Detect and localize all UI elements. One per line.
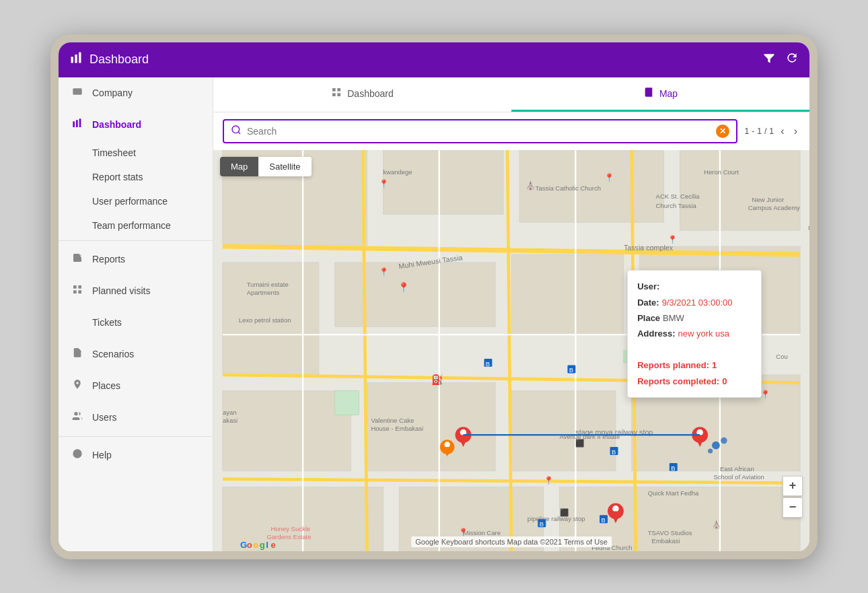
search-clear-button[interactable]: ✕ <box>716 125 729 138</box>
svg-text:⛪: ⛪ <box>712 520 721 529</box>
pagination-next-button[interactable]: › <box>791 124 800 139</box>
svg-rect-7 <box>73 285 77 289</box>
svg-text:TSAVO Studios: TSAVO Studios <box>648 529 692 536</box>
svg-rect-29 <box>223 390 351 470</box>
svg-text:o: o <box>253 540 258 550</box>
svg-text:📍: 📍 <box>544 475 554 485</box>
sidebar-item-team-performance[interactable]: Team performance <box>59 213 213 238</box>
sidebar-item-tickets[interactable]: Tickets <box>59 307 213 339</box>
svg-text:📍: 📍 <box>667 234 678 244</box>
svg-text:ACK St. Cecilia: ACK St. Cecilia <box>656 192 700 199</box>
sidebar-item-dashboard[interactable]: Dashboard <box>59 109 213 141</box>
map-attribution: Google Keyboard shortcuts Map data ©2021… <box>411 536 612 547</box>
map-toggle-satellite-button[interactable]: Satellite <box>258 157 311 176</box>
svg-point-105 <box>708 448 713 453</box>
popup-address-row: Address: new york usa <box>637 326 752 341</box>
filter-button[interactable] <box>762 51 776 68</box>
svg-text:⛪: ⛪ <box>526 180 536 190</box>
sidebar-label-dashboard: Dashboard <box>92 119 141 130</box>
pagination-prev-button[interactable]: ‹ <box>778 124 787 139</box>
sidebar-item-company[interactable]: Company <box>59 77 213 109</box>
refresh-button[interactable] <box>785 51 799 68</box>
svg-text:⛽: ⛽ <box>431 373 443 385</box>
popup-reports-planned-value: 1 <box>712 357 717 373</box>
svg-point-104 <box>721 437 727 444</box>
svg-text:g: g <box>260 540 265 550</box>
popup-place-value: BMW <box>663 310 684 326</box>
tab-dashboard-icon <box>331 87 342 100</box>
map-toggle-map-button[interactable]: Map <box>220 157 258 176</box>
sidebar-item-report-stats[interactable]: Report stats <box>59 165 213 189</box>
tablet-frame: Dashboard Company <box>50 34 818 559</box>
svg-rect-6 <box>79 118 81 127</box>
svg-text:pipeline railway stop: pipeline railway stop <box>528 514 585 522</box>
svg-rect-1 <box>75 55 77 63</box>
svg-text:Embakasi: Embakasi <box>652 537 680 545</box>
svg-rect-27 <box>511 254 624 334</box>
users-icon <box>71 411 84 424</box>
svg-text:Mission Care: Mission Care <box>463 529 501 536</box>
svg-text:New Junior: New Junior <box>752 196 785 203</box>
sidebar-item-planned-visits[interactable]: Planned visits <box>59 275 213 307</box>
svg-text:Quick Mart Fedha: Quick Mart Fedha <box>648 489 699 496</box>
svg-text:B: B <box>612 448 616 455</box>
sidebar-item-reports[interactable]: Reports <box>59 244 213 275</box>
zoom-in-button[interactable]: + <box>783 476 803 496</box>
sidebar-item-places[interactable]: Places <box>59 370 213 402</box>
svg-text:l: l <box>266 540 268 550</box>
popup-place-label: Place <box>637 310 660 326</box>
company-icon <box>71 86 84 100</box>
sidebar-label-company: Company <box>92 88 133 98</box>
popup-reports-planned-row: Reports planned: 1 <box>637 357 752 373</box>
popup-reports-completed-value: 0 <box>722 374 727 389</box>
popup-user-label: User: <box>637 279 659 294</box>
search-input[interactable] <box>247 126 711 137</box>
svg-text:Apartments: Apartments <box>247 288 280 295</box>
svg-rect-24 <box>680 150 800 230</box>
sidebar-label-planned-visits: Planned visits <box>92 285 150 296</box>
svg-text:New Junior: New Junior <box>808 224 809 232</box>
svg-point-18 <box>232 126 240 133</box>
planned-visits-icon <box>71 284 84 298</box>
header-bar-chart-icon <box>69 51 83 68</box>
sidebar-label-users: Users <box>92 412 117 423</box>
main-layout: Company Dashboard Timesheet Report stats… <box>59 77 809 551</box>
popup-address-label: Address: <box>637 326 675 341</box>
svg-text:kwandege: kwandege <box>383 168 412 175</box>
svg-rect-9 <box>78 290 81 293</box>
sidebar-divider-2 <box>59 436 213 437</box>
sidebar-item-users[interactable]: Users <box>59 402 213 433</box>
svg-text:B: B <box>486 359 490 367</box>
svg-rect-16 <box>338 93 341 96</box>
svg-text:Heron Court: Heron Court <box>704 168 739 175</box>
sidebar-item-timesheet[interactable]: Timesheet <box>59 141 213 165</box>
sidebar-label-team-performance: Team performance <box>92 220 171 231</box>
svg-text:East African: East African <box>720 464 754 472</box>
scenarios-icon <box>71 347 84 361</box>
tab-map[interactable]: Map <box>511 77 809 112</box>
zoom-out-button[interactable]: − <box>783 497 803 518</box>
svg-text:B: B <box>540 520 544 528</box>
svg-text:Lexo petrol station: Lexo petrol station <box>239 316 291 324</box>
tab-map-icon <box>643 87 654 100</box>
map-visual[interactable]: Muhi Mweusi Tassia Tassia complex pipeli… <box>213 150 809 551</box>
search-box: ✕ <box>223 119 737 143</box>
svg-rect-2 <box>79 53 81 63</box>
svg-rect-17 <box>332 93 336 96</box>
app-header: Dashboard <box>59 42 809 77</box>
tab-dashboard[interactable]: Dashboard <box>213 77 511 112</box>
sidebar-item-scenarios[interactable]: Scenarios <box>59 339 213 370</box>
tab-dashboard-label: Dashboard <box>347 88 394 99</box>
svg-text:Avenue park II estate: Avenue park II estate <box>560 433 620 440</box>
sidebar-label-places: Places <box>92 380 120 391</box>
sidebar-divider-1 <box>59 240 213 241</box>
sidebar-item-help[interactable]: Help <box>59 440 213 471</box>
svg-rect-10 <box>73 290 77 293</box>
sidebar-item-user-performance[interactable]: User performance <box>59 189 213 213</box>
svg-text:📍: 📍 <box>458 527 468 537</box>
svg-line-19 <box>238 132 240 134</box>
svg-text:📍: 📍 <box>604 172 614 182</box>
content-area: Dashboard Map <box>213 77 809 551</box>
svg-point-98 <box>612 505 619 512</box>
svg-text:Campus Academy: Campus Academy <box>748 204 800 211</box>
